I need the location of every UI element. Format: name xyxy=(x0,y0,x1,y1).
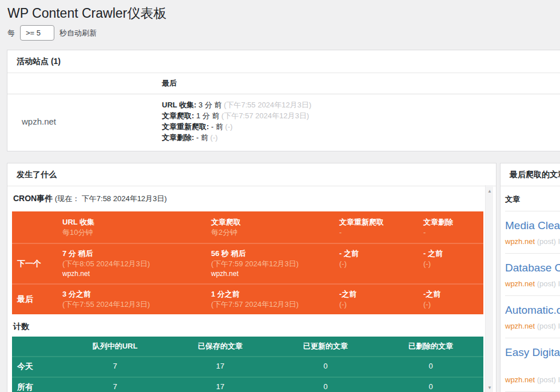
post-id: ID xyxy=(558,237,560,246)
cell-site: wpzh.net xyxy=(62,269,209,279)
refresh-suffix-label: 秒自动刷新 xyxy=(59,28,97,38)
column-header-deleted-posts: 已删除的文章 xyxy=(378,337,483,356)
cell-time: 1 分之前 xyxy=(211,289,337,299)
post-title-link[interactable]: Automatic.css xyxy=(505,304,560,317)
cron-cell: 7 分 稍后 (下午8:05 2024年12月3日) wpzh.net xyxy=(62,244,211,283)
last-crawled-title: 最后爬取的文章 xyxy=(501,163,560,186)
cell-date: (-) xyxy=(339,259,421,269)
event-date: (-) xyxy=(225,122,233,131)
row-label-today: 今天 xyxy=(12,357,62,377)
count-value: 0 xyxy=(378,357,483,377)
cron-cell: - 之前 (-) xyxy=(423,244,483,283)
count-value: 0 xyxy=(378,378,483,392)
column-interval: 每10分钟 xyxy=(62,227,209,238)
cell-time: -之前 xyxy=(339,289,421,299)
row-label-all: 所有 xyxy=(12,378,62,392)
post-site-link[interactable]: wpzh.net xyxy=(505,322,535,330)
cell-date: (下午7:59 2024年12月3日) xyxy=(211,259,337,269)
site-column-spacer xyxy=(7,73,162,94)
cron-events-heading: CRON事件 (现在： 下午7:58 2024年12月3日) xyxy=(12,194,480,204)
event-date: (-) xyxy=(211,133,218,142)
column-interval: - xyxy=(339,227,421,238)
whats-happening-title: 发生了什么 xyxy=(7,163,496,186)
cell-date: (下午8:05 2024年12月3日) xyxy=(62,259,209,269)
header-spacer xyxy=(12,211,62,243)
cell-date: (-) xyxy=(423,299,481,310)
row-label-next: 下一个 xyxy=(12,244,62,283)
column-header-post-recrawl: 文章重新爬取 - xyxy=(339,211,423,243)
post-site-link[interactable]: wpzh.net xyxy=(505,279,535,288)
cell-time: - 之前 xyxy=(423,249,481,259)
column-interval: - xyxy=(423,227,481,238)
cell-date: (-) xyxy=(423,259,481,269)
event-value: 3 分 前 xyxy=(198,101,221,109)
column-label: URL 收集 xyxy=(62,217,209,227)
cell-time: -之前 xyxy=(423,289,481,299)
whats-happening-panel: 发生了什么 CRON事件 (现在： 下午7:58 2024年12月3日) URL… xyxy=(7,163,497,392)
post-id: ID xyxy=(558,279,560,288)
scroll-up-icon[interactable]: ▲ xyxy=(486,187,494,195)
column-header-post-delete: 文章删除 - xyxy=(423,211,483,243)
event-value: - 前 xyxy=(196,133,208,142)
table-row: wpzh.net URL 收集: 3 分 前 (下午7:55 2024年12月3… xyxy=(7,94,560,149)
post-type: (post) xyxy=(537,375,556,384)
event-date: (下午7:57 2024年12月3日) xyxy=(221,111,309,120)
active-sites-table-header: 最后 xyxy=(7,73,560,94)
refresh-interval-input[interactable] xyxy=(20,25,54,41)
post-meta: wpzh.net (post) ID xyxy=(505,375,560,391)
post-meta: wpzh.net (post) ID xyxy=(505,279,560,295)
post-title-link[interactable]: Easy Digital Downloads xyxy=(505,346,560,359)
cron-cell: -之前 (-) xyxy=(339,285,423,314)
cron-title: CRON事件 xyxy=(13,194,53,203)
count-value: 7 xyxy=(62,378,168,392)
scroll-down-icon[interactable]: ▼ xyxy=(486,383,494,391)
active-sites-title: 活动站点 (1) xyxy=(7,50,560,73)
last-crawled-posts-panel: 最后爬取的文章 文章 Media Cleaner wpzh.net (post)… xyxy=(500,163,560,392)
post-title-link[interactable]: Media Cleaner xyxy=(505,219,560,232)
list-item: Media Cleaner wpzh.net (post) ID xyxy=(505,219,560,254)
event-line: URL 收集: 3 分 前 (下午7:55 2024年12月3日) xyxy=(162,99,311,110)
site-event-details: URL 收集: 3 分 前 (下午7:55 2024年12月3日) 文章爬取: … xyxy=(162,94,311,149)
post-meta: wpzh.net (post) ID xyxy=(505,237,560,253)
event-label: 文章爬取: xyxy=(162,111,194,120)
column-header-post-crawl: 文章爬取 每2分钟 xyxy=(211,211,339,243)
cell-date: (下午7:55 2024年12月3日) xyxy=(62,299,209,310)
event-value: - 前 xyxy=(211,122,223,131)
counts-table: 队列中的URL 已保存的文章 已更新的文章 已删除的文章 今天 7 17 0 0… xyxy=(12,337,483,392)
event-label: URL 收集: xyxy=(162,101,196,109)
event-line: 文章重新爬取: - 前 (-) xyxy=(162,121,311,132)
column-interval: 每2分钟 xyxy=(211,227,337,238)
header-spacer xyxy=(12,337,62,356)
count-value: 17 xyxy=(168,378,273,392)
post-meta: wpzh.net (post) ID xyxy=(505,322,560,338)
event-line: 文章爬取: 1 分 前 (下午7:57 2024年12月3日) xyxy=(162,110,311,121)
cron-events-table: URL 收集 每10分钟 文章爬取 每2分钟 文章重新爬取 - 文章删除 - xyxy=(12,211,483,314)
list-item: Easy Digital Downloads wpzh.net (post) I… xyxy=(505,346,560,392)
cell-time: 56 秒 稍后 xyxy=(211,249,337,259)
list-item: Automatic.css wpzh.net (post) ID xyxy=(505,304,560,338)
cell-time: 3 分之前 xyxy=(62,289,209,299)
last-crawled-body: 文章 Media Cleaner wpzh.net (post) ID Data… xyxy=(501,186,560,392)
cell-date: (-) xyxy=(339,299,421,310)
panel-scrollbar[interactable]: ▲ ▼ xyxy=(485,185,493,392)
post-site-link[interactable]: wpzh.net xyxy=(505,375,535,384)
count-value: 7 xyxy=(62,357,168,377)
cell-site: wpzh.net xyxy=(211,269,337,279)
cron-cell: 3 分之前 (下午7:55 2024年12月3日) xyxy=(62,285,211,314)
post-id: ID xyxy=(558,322,560,330)
cron-cell: - 之前 (-) xyxy=(339,244,423,283)
column-header-queued-urls: 队列中的URL xyxy=(62,337,168,356)
page-title: WP Content Crawler仪表板 xyxy=(7,5,166,22)
post-column-header: 文章 xyxy=(505,189,560,211)
column-header-url-collection: URL 收集 每10分钟 xyxy=(62,211,211,243)
cron-now-timestamp: (现在： 下午7:58 2024年12月3日) xyxy=(55,194,167,203)
post-site-link[interactable]: wpzh.net xyxy=(505,237,535,246)
auto-refresh-row: 每 秒自动刷新 xyxy=(7,25,97,41)
site-name: wpzh.net xyxy=(7,94,162,149)
cell-time: - 之前 xyxy=(339,249,421,259)
active-sites-panel: 活动站点 (1) 最后 wpzh.net URL 收集: 3 分 前 (下午7:… xyxy=(7,50,560,151)
event-label: 文章删除: xyxy=(162,133,194,142)
post-title-link[interactable]: Database Cleaner xyxy=(505,262,560,274)
event-label: 文章重新爬取: xyxy=(162,122,209,131)
row-label-last: 最后 xyxy=(12,285,62,314)
